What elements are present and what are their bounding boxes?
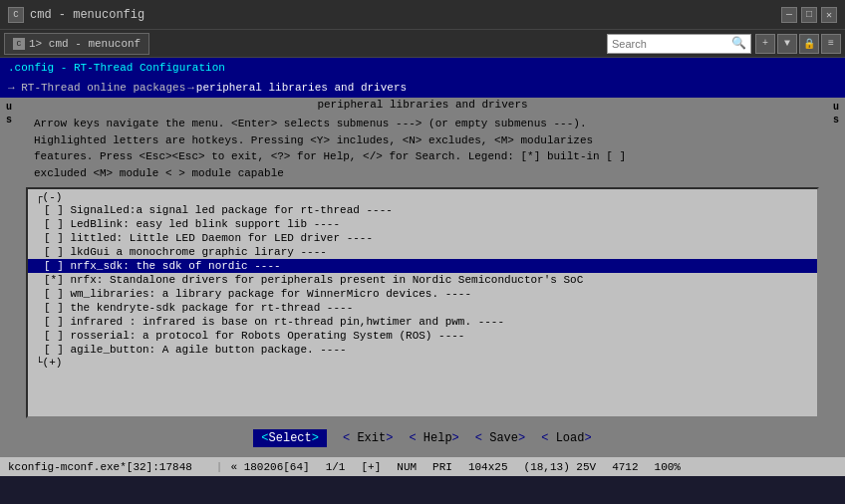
breadcrumb-bar: → RT-Thread online packages → peripheral… <box>0 78 845 98</box>
status-bar: kconfig-mconf.exe*[32]:17848 | « 180206[… <box>0 456 845 476</box>
load-key <box>548 431 555 445</box>
right-side-strip: u s <box>827 98 845 456</box>
side-letter-2: s <box>6 115 12 126</box>
list-item[interactable]: [*] nrfx: Standalone drivers for periphe… <box>28 273 817 287</box>
help-text: Arrow keys navigate the menu. <Enter> se… <box>18 112 827 185</box>
status-coords: (18,13) 25V <box>524 461 597 473</box>
search-icon: 🔍 <box>731 36 746 51</box>
side-letter-1: u <box>6 102 12 113</box>
exit-bracket-right: > <box>386 431 393 445</box>
left-side-strip: u s <box>0 98 18 456</box>
taskbar-item-label: 1> cmd - menuconf <box>29 38 141 50</box>
side-letter-4: s <box>833 115 839 126</box>
minimize-button[interactable]: — <box>781 7 797 23</box>
select-button[interactable]: <Select> <box>253 429 327 447</box>
side-letter-3: u <box>833 102 839 113</box>
taskbar-item-icon: C <box>13 38 25 50</box>
config-title: .config - RT-Thread Configuration <box>8 62 225 74</box>
lock-icon[interactable]: 🔒 <box>799 34 819 54</box>
peripheral-title: peripheral libraries and drivers <box>18 98 827 112</box>
help-key <box>417 431 423 445</box>
config-title-bar: .config - RT-Thread Configuration <box>0 58 845 78</box>
window-icon: C <box>8 7 24 23</box>
list-item[interactable]: [ ] lkdGui a monochrome graphic lirary -… <box>28 245 817 259</box>
exit-button[interactable]: < Exit> <box>343 431 393 445</box>
status-offset: 4712 <box>612 461 638 473</box>
help-bracket-right: > <box>452 431 459 445</box>
list-item[interactable]: [ ] littled: Little LED Daemon for LED d… <box>28 231 817 245</box>
breadcrumb-root[interactable]: RT-Thread online packages <box>21 82 185 94</box>
breadcrumb-arrow1: → <box>187 82 194 94</box>
status-pri: PRI <box>432 461 452 473</box>
load-bracket-right: > <box>584 431 591 445</box>
save-bracket-right: > <box>518 431 525 445</box>
select-bracket-right: > <box>312 431 319 445</box>
help-button[interactable]: < Help> <box>409 431 458 445</box>
list-item[interactable]: [ ] rosserial: a protocol for Robots Ope… <box>28 329 817 343</box>
exit-label: Exit <box>357 431 386 445</box>
main-area: u s peripheral libraries and drivers Arr… <box>0 98 845 456</box>
status-process: kconfig-mconf.exe*[32]:17848 <box>8 461 192 473</box>
list-item[interactable]: [ ] SignalLed:a signal led package for r… <box>28 203 817 217</box>
list-container[interactable]: ┌(-) [ ] SignalLed:a signal led package … <box>26 187 819 418</box>
breadcrumb-arrow-start: → <box>8 82 15 94</box>
save-key <box>482 431 489 445</box>
save-label: Save <box>489 431 518 445</box>
list-item[interactable]: [ ] agile_button: A agile button package… <box>28 343 817 357</box>
list-item[interactable]: [ ] LedBlink: easy led blink support lib… <box>28 217 817 231</box>
window-chrome: C cmd - menuconfig — □ ✕ <box>0 0 845 30</box>
status-sep1: | <box>216 461 223 473</box>
list-item-selected[interactable]: [ ] nrfx_sdk: the sdk of nordic ---- <box>28 259 817 273</box>
maximize-button[interactable]: □ <box>801 7 817 23</box>
status-zoom: 100% <box>655 461 681 473</box>
breadcrumb-section[interactable]: peripheral libraries and drivers <box>196 82 407 94</box>
exit-bracket-left: < <box>343 431 350 445</box>
button-bar: <Select> < Exit> < Help> < Save> < Load> <box>18 420 827 456</box>
separator-top: ┌(-) <box>28 191 817 203</box>
search-box[interactable]: 🔍 <box>607 34 751 54</box>
taskbar-row: C 1> cmd - menuconf 🔍 + ▼ 🔒 ≡ <box>0 30 845 58</box>
status-plus: [+] <box>361 461 381 473</box>
search-input[interactable] <box>612 38 731 50</box>
save-bracket-left: < <box>475 431 482 445</box>
separator-bottom: └(+) <box>28 357 817 369</box>
help-bracket-left: < <box>409 431 416 445</box>
window-controls: — □ ✕ <box>781 7 837 23</box>
list-item[interactable]: [ ] infrared : infrared is base on rt-th… <box>28 315 817 329</box>
list-item[interactable]: [ ] wm_libraries: a library package for … <box>28 287 817 301</box>
select-bracket-left: < <box>261 431 268 445</box>
status-num: NUM <box>397 461 417 473</box>
list-item[interactable]: [ ] the kendryte-sdk package for rt-thre… <box>28 301 817 315</box>
window-title: cmd - menuconfig <box>30 8 781 22</box>
status-position: « 180206[64] <box>230 461 309 473</box>
taskbar-item[interactable]: C 1> cmd - menuconf <box>4 33 149 55</box>
load-button[interactable]: < Load> <box>541 431 591 445</box>
menu-icon[interactable]: ≡ <box>821 34 841 54</box>
center-panel: peripheral libraries and drivers Arrow k… <box>18 98 827 456</box>
status-fraction: 1/1 <box>326 461 346 473</box>
add-icon[interactable]: + <box>755 34 775 54</box>
exit-key <box>350 431 357 445</box>
select-label: Select <box>269 431 312 445</box>
toolbar-icons: + ▼ 🔒 ≡ <box>755 34 841 54</box>
save-button[interactable]: < Save> <box>475 431 525 445</box>
load-bracket-left: < <box>541 431 548 445</box>
dropdown-icon[interactable]: ▼ <box>777 34 797 54</box>
help-label: Help <box>423 431 452 445</box>
load-label: Load <box>556 431 585 445</box>
close-button[interactable]: ✕ <box>821 7 837 23</box>
status-size: 104x25 <box>468 461 508 473</box>
